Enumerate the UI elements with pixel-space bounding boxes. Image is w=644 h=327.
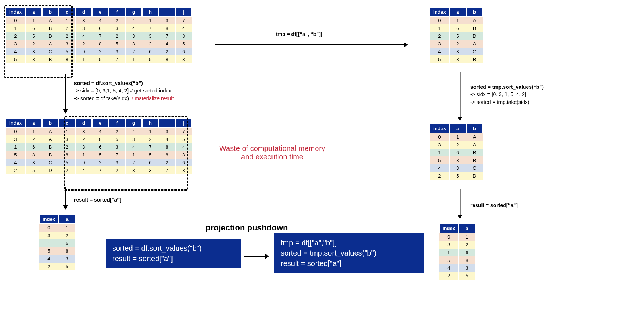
arrow-right-sort bbox=[459, 72, 461, 120]
table-result-left: indexa013216584325 bbox=[39, 215, 76, 270]
table-result-right: indexa013216584325 bbox=[439, 224, 476, 280]
sort-right-l2: -> sidx = [0, 3, 1, 5, 4, 2] bbox=[470, 91, 544, 98]
arrow-tmp-select bbox=[215, 44, 407, 45]
sort-left-l3a: -> sorted = df.take(sidx) bbox=[74, 95, 130, 101]
codebox-right: tmp = df[["a","b"]] sorted = tmp.sort_va… bbox=[274, 233, 424, 273]
arrow-left-sort bbox=[65, 74, 66, 113]
result-left: result = sorted[“a”] bbox=[74, 197, 121, 203]
arrow-left-result bbox=[65, 187, 66, 209]
sort-right-l1: sorted = tmp.sort_values(“b”) bbox=[470, 84, 544, 90]
codebox-left: sorted = df.sort_values("b") result = so… bbox=[106, 239, 241, 268]
sort-left-l3b: # materialize result bbox=[130, 95, 174, 101]
table-ab-sorted: indexab01A32A16B58B43C25D bbox=[430, 124, 483, 180]
table-full-unsorted: indexabcdefghij01A1342413716B2363478425D… bbox=[6, 7, 192, 63]
table-ab-unsorted: indexab01A16B25D32A43C58B bbox=[430, 7, 483, 63]
sort-left-l2: -> sidx = [0, 3,1, 5, 4, 2] # get sorted… bbox=[74, 87, 174, 94]
sort-right-l3: -> sorted = tmp.take(sidx) bbox=[470, 98, 544, 106]
waste-text: Waste of computational memory and execut… bbox=[206, 144, 339, 161]
sort-left-l1: sorted = df.sort_values(“b”) bbox=[74, 80, 143, 86]
arrow-right-result bbox=[459, 189, 461, 218]
tmp-label: tmp = df[[“a”, “b”]] bbox=[276, 31, 323, 37]
arrow-pushdown bbox=[244, 256, 268, 257]
result-right: result = sorted[“a”] bbox=[470, 202, 518, 208]
table-full-sorted: indexabcdefghij01A1342413732A3285324516B… bbox=[6, 118, 192, 174]
headline: projection pushdown bbox=[206, 223, 288, 233]
